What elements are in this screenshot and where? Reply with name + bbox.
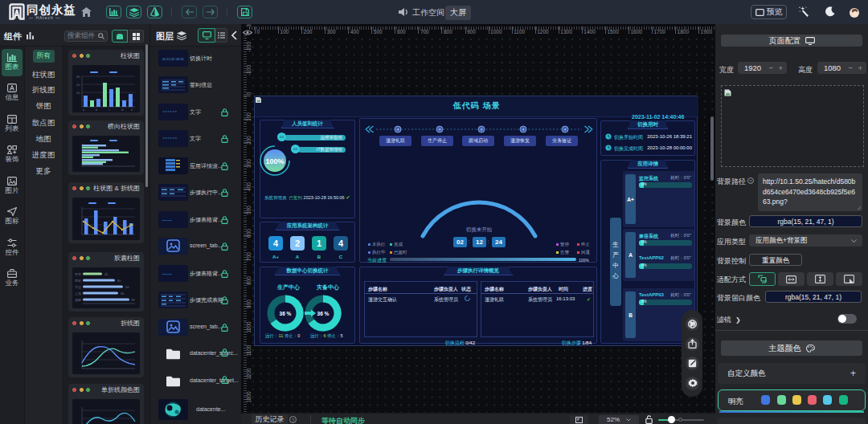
svg-text:▪ ▪ ▪ ▪ ▪: ▪ ▪ ▪ ▪ ▪ — [162, 218, 172, 222]
svg-text:北京: 北京 — [75, 285, 81, 289]
svg-text:00:12:45 08:30: 00:12:45 08:30 — [162, 57, 184, 61]
svg-text:▪ ▪ ▪ ▪ ▪: ▪ ▪ ▪ ▪ ▪ — [162, 272, 172, 276]
svg-text:86: 86 — [121, 292, 125, 296]
svg-text:成都: 成都 — [75, 298, 81, 302]
svg-text:100%: 100% — [265, 157, 284, 165]
svg-text:* * * * * *: * * * * * * — [163, 137, 177, 141]
svg-text:20: 20 — [76, 83, 80, 87]
svg-text:e: e — [131, 108, 133, 112]
svg-text:a: a — [83, 108, 85, 112]
svg-text:80: 80 — [117, 279, 121, 283]
svg-text:✈: ✈ — [480, 127, 483, 132]
svg-text:✈: ✈ — [563, 127, 567, 132]
svg-text:45: 45 — [104, 272, 108, 276]
svg-text:d: d — [121, 108, 123, 112]
svg-text:98: 98 — [131, 298, 135, 302]
svg-text:10: 10 — [76, 91, 80, 95]
svg-text:上海: 上海 — [74, 292, 81, 296]
svg-text:西安: 西安 — [75, 279, 81, 283]
svg-text:* * * * * *: * * * * * * — [163, 111, 177, 115]
svg-text:✈: ✈ — [438, 127, 441, 132]
svg-text:30: 30 — [76, 75, 80, 79]
svg-text:✈: ✈ — [522, 127, 525, 132]
svg-text:首页: 首页 — [75, 272, 81, 276]
svg-text:c: c — [108, 108, 110, 112]
svg-text:36 %: 36 % — [279, 310, 291, 316]
svg-text:b: b — [96, 108, 98, 112]
svg-text:94: 94 — [125, 285, 129, 289]
svg-text:36 %: 36 % — [317, 310, 330, 316]
svg-text:✈: ✈ — [396, 127, 399, 132]
